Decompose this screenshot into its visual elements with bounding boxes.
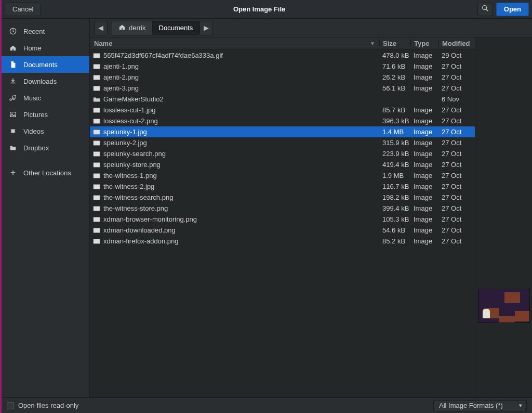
- file-size: 105.3 kB: [379, 215, 410, 223]
- search-icon: [482, 5, 489, 14]
- sidebar-item-music[interactable]: Music: [2, 89, 89, 106]
- svg-rect-34: [94, 206, 100, 211]
- file-type-filter[interactable]: All Image Formats (*): [433, 400, 527, 411]
- videos-icon: [9, 127, 17, 135]
- search-button[interactable]: [477, 3, 493, 16]
- file-row[interactable]: the-witness-1.png1.9 MBImage27 Oct: [90, 170, 475, 181]
- file-modified: 6 Nov: [438, 95, 475, 103]
- image-file-icon: [92, 205, 101, 212]
- image-file-icon: [92, 216, 101, 223]
- file-row[interactable]: spelunky-1.jpg1.4 MBImage27 Oct: [90, 126, 475, 137]
- svg-rect-26: [94, 162, 100, 167]
- file-list[interactable]: Name ▼ Size Type Modified 565f472d3df667…: [90, 37, 475, 397]
- file-type: Image: [410, 117, 438, 125]
- file-size: 315.9 kB: [379, 139, 410, 147]
- image-file-icon: [92, 150, 101, 158]
- image-file-icon: [92, 85, 101, 92]
- file-name: spelunky-store.png: [101, 161, 379, 169]
- file-row[interactable]: lossless-cut-1.jpg85.7 kBImage27 Oct: [90, 105, 475, 115]
- file-row[interactable]: GameMakerStudio26 Nov: [90, 94, 475, 105]
- readonly-checkbox[interactable]: [7, 402, 14, 409]
- column-name[interactable]: Name ▼: [90, 40, 379, 47]
- sort-descending-icon: ▼: [370, 41, 375, 46]
- file-size: 116.7 kB: [379, 183, 410, 190]
- breadcrumb-derrik[interactable]: derrik: [112, 21, 153, 35]
- file-row[interactable]: xdman-firefox-addon.png85.2 kBImage27 Oc…: [90, 236, 475, 247]
- file-row[interactable]: spelunky-2.jpg315.9 kBImage27 Oct: [90, 137, 475, 148]
- breadcrumb-label: Documents: [159, 24, 193, 32]
- sidebar-item-label: Recent: [23, 28, 45, 35]
- chevron-right-icon: ▶: [204, 24, 209, 32]
- file-modified: 27 Oct: [438, 150, 475, 158]
- home-icon: [9, 44, 17, 51]
- file-modified: 27 Oct: [438, 139, 475, 147]
- file-row[interactable]: 565f472d3df667cf4adf74fdae6a333a.gif478.…: [90, 50, 475, 61]
- file-modified: 27 Oct: [438, 106, 475, 114]
- file-row[interactable]: xdman-browser-monitoring.png105.3 kBImag…: [90, 214, 475, 225]
- file-row[interactable]: ajenti-2.png26.2 kBImage27 Oct: [90, 72, 475, 83]
- column-type[interactable]: Type: [410, 40, 438, 47]
- folder-icon: [92, 96, 101, 103]
- file-type: Image: [410, 139, 438, 147]
- sidebar-item-videos[interactable]: Videos: [2, 123, 89, 139]
- file-row[interactable]: ajenti-3.png56.1 kBImage27 Oct: [90, 83, 475, 94]
- music-icon: [9, 94, 17, 101]
- file-size: 85.2 kB: [379, 237, 410, 245]
- file-row[interactable]: spelunky-search.png223.9 kBImage27 Oct: [90, 148, 475, 159]
- sidebar-item-other-locations[interactable]: Other Locations: [2, 164, 89, 181]
- cancel-button[interactable]: Cancel: [5, 3, 41, 16]
- file-row[interactable]: lossless-cut-2.png396.3 kBImage27 Oct: [90, 115, 475, 126]
- file-modified: 27 Oct: [438, 62, 475, 70]
- file-name: xdman-downloaded.png: [101, 226, 379, 234]
- svg-rect-12: [94, 75, 100, 80]
- file-size: 56.1 kB: [379, 84, 410, 92]
- image-file-icon: [92, 161, 101, 169]
- image-file-icon: [92, 238, 101, 245]
- svg-rect-38: [94, 228, 100, 233]
- svg-rect-30: [94, 184, 100, 189]
- sidebar-item-label: Other Locations: [23, 169, 71, 177]
- file-row[interactable]: xdman-downloaded.png54.6 kBImage27 Oct: [90, 225, 475, 236]
- nav-back-button[interactable]: ◀: [95, 21, 107, 35]
- column-headers[interactable]: Name ▼ Size Type Modified: [90, 37, 475, 50]
- svg-rect-40: [94, 239, 100, 243]
- sidebar-item-documents[interactable]: Documents: [2, 56, 89, 73]
- column-modified[interactable]: Modified: [438, 40, 475, 47]
- file-row[interactable]: ajenti-1.png71.6 kBImage27 Oct: [90, 61, 475, 72]
- file-type: Image: [410, 172, 438, 179]
- file-row[interactable]: the-witness-2.jpg116.7 kBImage27 Oct: [90, 181, 475, 192]
- sidebar-item-label: Dropbox: [23, 144, 49, 152]
- nav-forward-button[interactable]: ▶: [200, 21, 212, 35]
- file-size: 198.2 kB: [379, 193, 410, 201]
- file-row[interactable]: the-witness-search.png198.2 kBImage27 Oc…: [90, 192, 475, 203]
- file-row[interactable]: spelunky-store.png419.4 kBImage27 Oct: [90, 159, 475, 170]
- open-button[interactable]: Open: [496, 3, 529, 16]
- file-name: 565f472d3df667cf4adf74fdae6a333a.gif: [101, 51, 379, 59]
- breadcrumb-documents[interactable]: Documents: [153, 21, 200, 35]
- sidebar-item-recent[interactable]: Recent: [2, 23, 89, 40]
- file-row[interactable]: the-witness-store.png399.4 kBImage27 Oct: [90, 203, 475, 214]
- readonly-label: Open files read-only: [18, 402, 78, 409]
- sidebar-item-label: Pictures: [23, 111, 48, 119]
- path-bar: ◀ derrikDocuments ▶: [90, 19, 532, 37]
- image-file-icon: [92, 194, 101, 201]
- svg-rect-6: [10, 130, 11, 133]
- file-type: Image: [410, 73, 438, 81]
- sidebar-item-pictures[interactable]: Pictures: [2, 106, 89, 123]
- file-name: GameMakerStudio2: [101, 95, 379, 103]
- sidebar-item-dropbox[interactable]: Dropbox: [2, 139, 89, 156]
- sidebar-item-downloads[interactable]: Downloads: [2, 73, 89, 89]
- file-size: 1.9 MB: [379, 172, 410, 179]
- file-size: 26.2 kB: [379, 73, 410, 81]
- svg-rect-10: [94, 64, 100, 69]
- file-type: Image: [410, 106, 438, 114]
- svg-rect-24: [94, 151, 100, 156]
- file-modified: 29 Oct: [438, 51, 475, 59]
- file-type: Image: [410, 193, 438, 201]
- file-size: 54.6 kB: [379, 226, 410, 234]
- sidebar-item-home[interactable]: Home: [2, 40, 89, 56]
- column-size[interactable]: Size: [379, 40, 410, 47]
- file-name: ajenti-2.png: [101, 73, 379, 81]
- file-modified: 27 Oct: [438, 215, 475, 223]
- file-name: spelunky-1.jpg: [101, 128, 379, 136]
